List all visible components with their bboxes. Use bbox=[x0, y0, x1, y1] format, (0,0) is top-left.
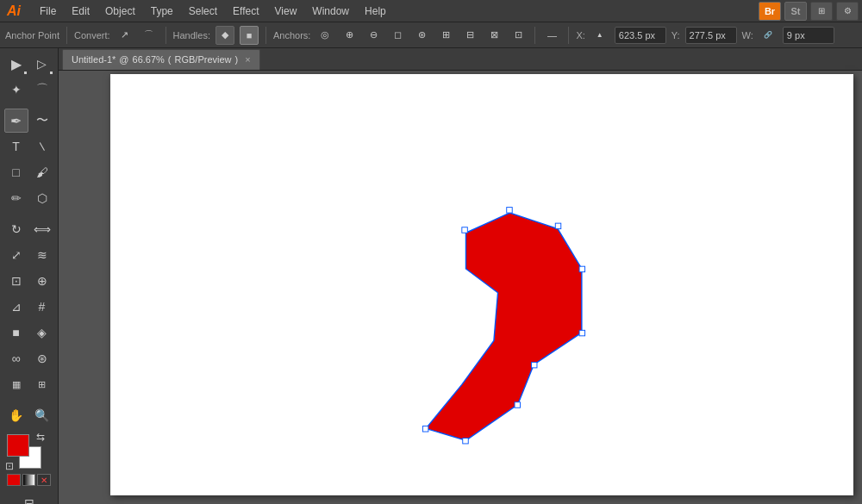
tool-row-3: ✒ 〜 bbox=[2, 109, 56, 133]
convert-arrow-btn[interactable]: ↗ bbox=[116, 26, 134, 45]
anchor-point[interactable] bbox=[579, 266, 584, 271]
none-mode-btn[interactable]: ✕ bbox=[37, 474, 51, 486]
direct-selection-tool[interactable]: ▷ bbox=[30, 52, 54, 76]
tool-row-12: ∞ ⊛ bbox=[2, 346, 56, 370]
opts-sep-1 bbox=[66, 27, 67, 44]
anchors-align2-btn[interactable]: ⊟ bbox=[460, 26, 479, 45]
menu-type[interactable]: Type bbox=[144, 3, 180, 19]
convert-curve-btn[interactable]: ⌒ bbox=[140, 26, 159, 45]
w-label: W: bbox=[742, 30, 753, 40]
convert-label: Convert: bbox=[74, 30, 110, 40]
anchor-point[interactable] bbox=[463, 438, 468, 443]
anchor-point[interactable] bbox=[422, 426, 428, 432]
lasso-tool[interactable]: ⌒ bbox=[30, 78, 54, 102]
gradient-mode-btn[interactable] bbox=[22, 474, 36, 486]
options-bar: Anchor Point Convert: ↗ ⌒ Handles: ◆ ■ A… bbox=[0, 22, 862, 48]
w-link-btn[interactable]: 🔗 bbox=[759, 26, 778, 45]
workspace-btn[interactable]: ⊞ bbox=[810, 2, 833, 21]
blend-tool[interactable]: ∞ bbox=[4, 346, 28, 370]
sync-btn[interactable]: ⚙ bbox=[836, 2, 859, 21]
menu-edit[interactable]: Edit bbox=[65, 3, 97, 19]
tool-row-2: ✦ ⌒ bbox=[2, 78, 56, 102]
x-input[interactable] bbox=[615, 27, 666, 44]
pencil-tool[interactable]: ✏ bbox=[4, 186, 28, 210]
anchors-smooth-btn[interactable]: ⊛ bbox=[412, 26, 431, 45]
x-label: X: bbox=[576, 30, 584, 40]
tab-close-btn[interactable]: × bbox=[245, 54, 250, 65]
tool-row-9: ⊡ ⊕ bbox=[2, 269, 56, 293]
tab-zoom: @ bbox=[119, 54, 128, 65]
reflect-tool[interactable]: ⟺ bbox=[30, 217, 54, 241]
document-tab[interactable]: Untitled-1* @ 66.67% ( RGB/Preview ) × bbox=[62, 49, 260, 70]
column-graph-tool[interactable]: ▦ bbox=[4, 372, 28, 396]
mesh-tool[interactable]: # bbox=[30, 295, 54, 319]
y-input[interactable] bbox=[685, 27, 737, 44]
anchors-corner-btn[interactable]: ◻ bbox=[388, 26, 407, 45]
menu-object[interactable]: Object bbox=[98, 3, 142, 19]
handles-label: Handles: bbox=[173, 30, 210, 40]
anchors-align1-btn[interactable]: ⊞ bbox=[436, 26, 455, 45]
handles-corner-btn[interactable]: ■ bbox=[240, 26, 259, 45]
perspective-tool[interactable]: ⊿ bbox=[4, 295, 28, 319]
red-shape[interactable] bbox=[426, 213, 582, 440]
canvas-svg bbox=[110, 74, 853, 495]
anchor-point[interactable] bbox=[507, 208, 512, 213]
pen-tool[interactable]: ✒ bbox=[4, 109, 28, 133]
foreground-color-swatch[interactable] bbox=[7, 434, 29, 457]
anchors-add-btn[interactable]: ⊕ bbox=[340, 26, 359, 45]
gradient-tool[interactable]: ■ bbox=[4, 320, 28, 345]
stock-icon-btn[interactable]: St bbox=[784, 2, 807, 21]
rotate-tool[interactable]: ↻ bbox=[4, 217, 28, 241]
menu-help[interactable]: Help bbox=[358, 3, 393, 19]
anchor-point[interactable] bbox=[555, 223, 560, 228]
anchors-remove-btn[interactable]: ⊖ bbox=[364, 26, 383, 45]
menu-file[interactable]: File bbox=[33, 3, 63, 19]
anchor-point[interactable] bbox=[579, 330, 584, 335]
curvature-tool[interactable]: 〜 bbox=[30, 109, 54, 133]
anchors-align4-btn[interactable]: ⊡ bbox=[509, 26, 528, 45]
dash-btn[interactable]: — bbox=[542, 26, 561, 45]
menu-view[interactable]: View bbox=[268, 3, 304, 19]
line-tool[interactable]: / bbox=[30, 134, 54, 159]
eyedropper-tool[interactable]: ◈ bbox=[30, 320, 54, 345]
w-input[interactable] bbox=[783, 27, 834, 44]
swap-colors-btn[interactable]: ⇆ bbox=[36, 431, 45, 443]
bridge-icon-btn[interactable]: Br bbox=[759, 2, 781, 21]
handles-smooth-btn[interactable]: ◆ bbox=[216, 26, 234, 45]
paintbrush-tool[interactable]: 🖌 bbox=[30, 160, 54, 184]
zoom-tool[interactable]: 🔍 bbox=[30, 403, 54, 427]
free-transform-tool[interactable]: ⊡ bbox=[4, 269, 28, 293]
menu-bar: Ai File Edit Object Type Select Effect V… bbox=[0, 0, 862, 22]
hand-tool[interactable]: ✋ bbox=[4, 403, 28, 427]
magic-wand-tool[interactable]: ✦ bbox=[4, 78, 28, 102]
reset-colors-btn[interactable]: ⊡ bbox=[5, 460, 14, 472]
anchor-point[interactable] bbox=[515, 402, 520, 408]
anchors-show-btn[interactable]: ◎ bbox=[315, 26, 334, 45]
tab-mode: ( bbox=[168, 54, 172, 65]
rectangle-tool[interactable]: □ bbox=[4, 160, 28, 184]
scale-tool[interactable]: ⤢ bbox=[4, 243, 28, 267]
canvas-area[interactable]: Untitled-1* @ 66.67% ( RGB/Preview ) × bbox=[59, 48, 862, 504]
artboard-tool[interactable]: ⊞ bbox=[30, 372, 54, 396]
tool-row-10: ⊿ # bbox=[2, 295, 56, 319]
color-swatch-group: ⇆ ⊡ bbox=[7, 434, 41, 469]
change-screen-mode-btn[interactable]: ⊟ bbox=[17, 491, 41, 504]
x-up-btn[interactable]: ▲ bbox=[590, 26, 609, 45]
anchors-align3-btn[interactable]: ⊠ bbox=[484, 26, 503, 45]
color-mode-row: ✕ bbox=[7, 474, 51, 486]
opts-sep-3 bbox=[265, 27, 266, 44]
color-mode-btn[interactable] bbox=[7, 474, 21, 486]
shaper-tool[interactable]: ⬡ bbox=[30, 186, 54, 210]
tool-row-13: ▦ ⊞ bbox=[2, 372, 56, 396]
warp-tool[interactable]: ≋ bbox=[30, 243, 54, 267]
menu-window[interactable]: Window bbox=[305, 3, 356, 19]
symbol-sprayer-tool[interactable]: ⊛ bbox=[30, 346, 54, 370]
puppet-warp-tool[interactable]: ⊕ bbox=[30, 269, 54, 293]
menu-effect[interactable]: Effect bbox=[226, 3, 265, 19]
anchor-point[interactable] bbox=[531, 362, 536, 367]
menu-select[interactable]: Select bbox=[182, 3, 224, 19]
selection-tool[interactable]: ▶ bbox=[4, 52, 28, 76]
type-tool[interactable]: T bbox=[4, 134, 28, 159]
anchors-label: Anchors: bbox=[273, 30, 310, 40]
anchor-point[interactable] bbox=[462, 227, 467, 233]
